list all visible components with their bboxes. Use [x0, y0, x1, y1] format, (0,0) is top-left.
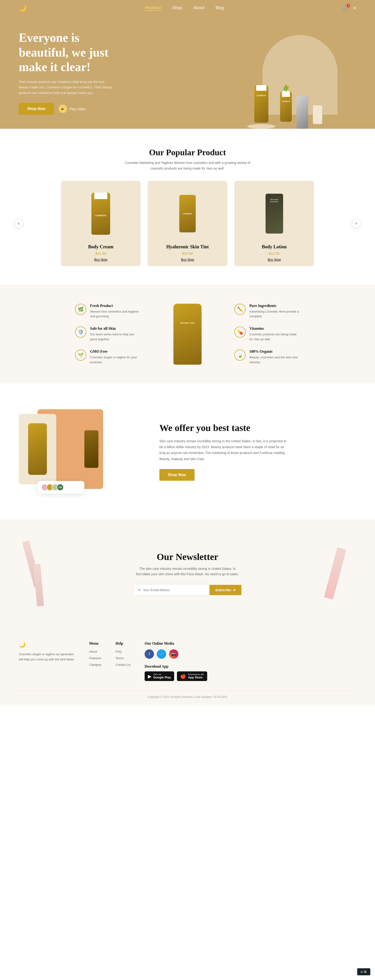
product-name-1: Body Cream [66, 244, 136, 250]
facebook-button[interactable]: f [145, 649, 154, 659]
product-price-3: $12.50 [239, 251, 309, 255]
footer-social-col: Our Online Media f 🐦 📷 Download App ▶ Ge… [145, 641, 207, 681]
footer-faq-link[interactable]: FAQ [116, 650, 122, 653]
product-image-3: NécessaireBody Wash [239, 188, 309, 239]
deco-tube-2 [33, 564, 44, 606]
buy-now-1[interactable]: Buy Now [66, 258, 136, 261]
hero-product-3 [297, 96, 308, 129]
carousel-prev-button[interactable]: ‹ [14, 219, 24, 228]
offer-shop-now-button[interactable]: Shop Now [159, 469, 194, 481]
footer-contact-link[interactable]: Contact Us [116, 663, 130, 667]
feature-safe-desc: Our team works hard to help you piece to… [90, 332, 141, 342]
products-grid: COSMETIC Body Cream $11.50 Buy Now COSME… [19, 181, 356, 266]
app-store-button[interactable]: 🍎 Download on the App Store [177, 671, 207, 681]
feature-organic-text: 100% Organic Beauty, cosmetics and the s… [249, 349, 300, 365]
product-price-2: $10.50 [153, 251, 222, 255]
carousel-next-button[interactable]: › [351, 219, 361, 228]
feature-vitamins: 💊 Vitamins Cosmetic products are being m… [234, 326, 300, 342]
cart-button[interactable]: 🛒 4 [342, 5, 348, 11]
footer-menu-title: Menu [89, 641, 102, 646]
footer-help-col: Help FAQ Terms Contact Us [116, 641, 130, 681]
navbar: 🌙 Product Shop About Blog 🛒 4 ≡ [0, 0, 375, 16]
feature-pure-desc: Advertising Cosmetic Here provide a comp… [249, 309, 300, 319]
google-play-button[interactable]: ▶ Get it on Google Play [145, 671, 174, 681]
feature-fresh-text: Fresh Product Women love cosmetics and h… [90, 304, 141, 319]
footer-menu-list: About Features Category [89, 649, 102, 667]
footer-top: 🌙 Cosmetic slogan or tagline our generat… [19, 641, 356, 681]
twitter-button[interactable]: 🐦 [157, 649, 166, 659]
hero-product-2: COSMETIC [280, 91, 292, 122]
safe-icon: 🛡️ [75, 326, 86, 338]
navbar-actions: 🛒 4 ≡ [342, 5, 356, 11]
features-center [155, 304, 220, 365]
social-icons: f 🐦 📷 [145, 649, 207, 659]
social-avatars: 12k [41, 484, 64, 491]
offer-content: We offer you best taste Skin care indust… [159, 422, 291, 481]
hero-product-4 [313, 105, 322, 124]
footer-brand-desc: Cosmetic slogan or tagline our generator… [19, 652, 75, 662]
newsletter-deco-left [19, 538, 61, 609]
nav-item-about[interactable]: About [193, 5, 204, 11]
subscribe-arrow-icon: ➤ [233, 588, 236, 592]
footer-help-list: FAQ Terms Contact Us [116, 649, 130, 667]
hero-product-1: COSMETIC [254, 85, 269, 123]
play-video-button[interactable]: ▶ Play video [59, 105, 86, 113]
footer-category-link[interactable]: Category [89, 663, 102, 667]
buy-now-2[interactable]: Buy Now [153, 258, 222, 261]
feature-fresh-desc: Women love cosmetics and hygiene and gro… [90, 309, 141, 319]
product-image-2: COSMETIC [153, 188, 222, 239]
footer-logo: 🌙 [19, 641, 75, 648]
instagram-button[interactable]: 📷 [169, 649, 178, 659]
nav-item-blog[interactable]: Blog [216, 5, 224, 11]
footer-terms-link[interactable]: Terms [116, 656, 124, 660]
footer-menu-col: Menu About Features Category [89, 641, 102, 681]
feature-organic: 🍃 100% Organic Beauty, cosmetics and the… [234, 349, 300, 365]
footer-bottom: Copyright © 2021 All rights reserved | L… [19, 690, 356, 698]
footer-features-link[interactable]: Features [89, 656, 101, 660]
footer: 🌙 Cosmetic slogan or tagline our generat… [0, 627, 375, 706]
features-left: 🌿 Fresh Product Women love cosmetics and… [75, 304, 141, 365]
feature-safe-text: Safe for all Skin Our team works hard to… [90, 326, 141, 342]
product-price-1: $11.50 [66, 251, 136, 255]
products-carousel: ‹ COSMETIC Body Cream $11.50 Buy Now COS… [19, 181, 356, 266]
hero-buttons: Shop Now ▶ Play video [19, 103, 113, 115]
shop-now-button[interactable]: Shop Now [19, 103, 54, 115]
organic-icon: 🍃 [234, 349, 246, 361]
feature-pure-title: Pure Ingredients [249, 304, 300, 308]
popular-products-section: Our Popular Product Cosmetic Marketing a… [0, 129, 375, 285]
fresh-icon: 🌿 [75, 304, 86, 315]
offer-product [28, 423, 47, 475]
buy-now-3[interactable]: Buy Now [239, 258, 309, 261]
body-cream-label: COSMETIC [95, 214, 106, 217]
features-right: ✏️ Pure Ingredients Advertising Cosmetic… [234, 304, 300, 365]
vitamins-icon: 💊 [234, 326, 246, 338]
email-input[interactable] [143, 588, 205, 592]
product-name-2: Hyaluronic Skin Tint [153, 244, 222, 250]
body-lotion-label: NécessaireBody Wash [270, 198, 278, 203]
feature-organic-title: 100% Organic [249, 349, 300, 354]
gmo-icon: 🌱 [75, 349, 86, 361]
body-lotion-bottle: NécessaireBody Wash [265, 194, 283, 234]
nav-item-product[interactable]: Product [145, 5, 161, 11]
feature-organic-desc: Beauty, cosmetics and the skin care indu… [249, 355, 300, 365]
product-image-1: COSMETIC [66, 188, 136, 239]
apple-icon: 🍎 [180, 673, 186, 679]
feature-fresh: 🌿 Fresh Product Women love cosmetics and… [75, 304, 141, 319]
feature-fresh-title: Fresh Product [90, 304, 141, 308]
hero-description: Their beauty products are created to hel… [19, 79, 113, 96]
hero-content: Everyone is beautiful, we just make it c… [19, 30, 113, 129]
feature-pure-text: Pure Ingredients Advertising Cosmetic He… [249, 304, 300, 319]
logo[interactable]: 🌙 [19, 4, 27, 12]
nav-item-shop[interactable]: Shop [172, 5, 182, 11]
footer-help-title: Help [116, 641, 130, 646]
subscribe-button[interactable]: Subscribe ➤ [210, 585, 242, 595]
newsletter-form: ✉ Subscribe ➤ [133, 584, 242, 596]
feature-vitamins-text: Vitamins Cosmetic products are being mad… [249, 326, 300, 342]
feature-pure: ✏️ Pure Ingredients Advertising Cosmetic… [234, 304, 300, 319]
store-buttons: ▶ Get it on Google Play 🍎 Download on th… [145, 671, 207, 681]
hamburger-menu[interactable]: ≡ [353, 5, 356, 11]
feature-gmo: 🌱 GMO Free Cosmetic slogan or tagline fo… [75, 349, 141, 365]
footer-about-link[interactable]: About [89, 650, 97, 653]
avatar-count: 12k [57, 484, 64, 491]
download-app-title: Download App [145, 664, 207, 668]
